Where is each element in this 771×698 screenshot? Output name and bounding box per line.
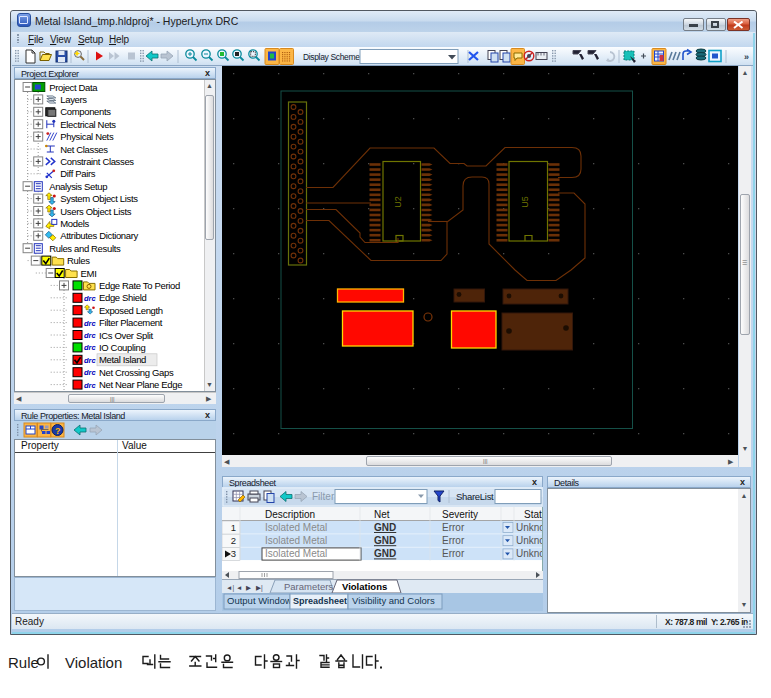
svg-text:drc: drc [84, 331, 97, 340]
svg-text:Exposed Length: Exposed Length [99, 305, 163, 316]
svg-text:Output Window: Output Window [227, 595, 292, 606]
svg-text:Analysis Setup: Analysis Setup [49, 181, 107, 192]
svg-text:Error: Error [442, 522, 465, 533]
svg-text:Electrical Nets: Electrical Nets [60, 119, 116, 130]
svg-text:Metal Island: Metal Island [99, 354, 146, 365]
svg-text:System Object Lists: System Object Lists [60, 193, 138, 204]
svg-text:drc: drc [84, 356, 97, 365]
svg-text:U5: U5 [520, 196, 530, 208]
svg-text:Edge Shield: Edge Shield [99, 292, 146, 303]
svg-text:▶: ▶ [246, 584, 251, 591]
svg-text:Error: Error [442, 535, 465, 546]
svg-text:Net Near Plane Edge: Net Near Plane Edge [99, 379, 182, 390]
svg-text:drc: drc [84, 381, 97, 390]
svg-text:Rule: Rule [8, 654, 39, 671]
svg-text:◄|: ◄| [226, 584, 234, 592]
svg-text:Status: Status [524, 509, 543, 520]
svg-text:3: 3 [231, 548, 236, 559]
svg-text:Error: Error [442, 548, 465, 559]
svg-text:GND: GND [374, 522, 396, 533]
svg-text:Constraint Classes: Constraint Classes [60, 156, 134, 167]
svg-text:Models: Models [60, 218, 89, 229]
svg-text:2: 2 [231, 535, 236, 546]
svg-text:1: 1 [231, 522, 236, 533]
svg-text:ShareList: ShareList [456, 491, 494, 502]
svg-text:drc: drc [84, 343, 97, 352]
svg-text:?: ? [55, 426, 61, 436]
svg-text:Net Classes: Net Classes [60, 144, 108, 155]
svg-text:Net: Net [374, 509, 390, 520]
svg-text:Project Data: Project Data [49, 82, 98, 93]
svg-text:Physical Nets: Physical Nets [60, 131, 114, 142]
svg-text:Components: Components [60, 106, 111, 117]
svg-text:Severity: Severity [442, 509, 478, 520]
svg-text:Users Object Lists: Users Object Lists [60, 206, 131, 217]
svg-text:Diff Pairs: Diff Pairs [60, 168, 95, 179]
svg-text:Unkno: Unkno [516, 548, 543, 559]
svg-text:EMI: EMI [81, 268, 97, 279]
svg-text:Attributes Dictionary: Attributes Dictionary [60, 230, 138, 241]
svg-text:Violation: Violation [65, 654, 122, 671]
svg-text:drc: drc [84, 368, 97, 377]
svg-text:»: » [744, 52, 749, 62]
svg-text:Unkno: Unkno [516, 522, 543, 533]
svg-text:Net Crossing Gaps: Net Crossing Gaps [99, 367, 174, 378]
svg-text:▶|: ▶| [256, 584, 263, 592]
svg-text:Rules: Rules [67, 255, 90, 266]
svg-text:Display Scheme: Display Scheme [303, 52, 360, 62]
svg-text:Edge Rate To Period: Edge Rate To Period [99, 280, 180, 291]
svg-text:◄: ◄ [236, 584, 242, 591]
svg-text:Spreadsheet: Spreadsheet [293, 596, 347, 606]
svg-text:Visibility and Colors: Visibility and Colors [352, 595, 435, 606]
svg-text:GND: GND [374, 548, 396, 559]
svg-text:Isolated Metal: Isolated Metal [265, 548, 327, 559]
svg-text:Filter Placement: Filter Placement [99, 317, 163, 328]
svg-text:drc: drc [84, 319, 97, 328]
svg-text:Filter: Filter [312, 491, 335, 502]
svg-text:ICs Over Split: ICs Over Split [99, 330, 153, 341]
svg-text:Violations: Violations [342, 581, 387, 592]
svg-text:Isolated Metal: Isolated Metal [265, 522, 327, 533]
svg-text:Unkno: Unkno [516, 535, 543, 546]
svg-text:Description: Description [265, 509, 315, 520]
svg-text:drc: drc [84, 294, 97, 303]
svg-text:Rules and Results: Rules and Results [49, 243, 121, 254]
svg-text:IO Coupling: IO Coupling [99, 342, 145, 353]
svg-text:U2: U2 [393, 196, 403, 208]
svg-text:GND: GND [374, 535, 396, 546]
svg-text:Parameters: Parameters [284, 581, 333, 592]
svg-text:Layers: Layers [60, 94, 87, 105]
svg-text:Isolated Metal: Isolated Metal [265, 535, 327, 546]
